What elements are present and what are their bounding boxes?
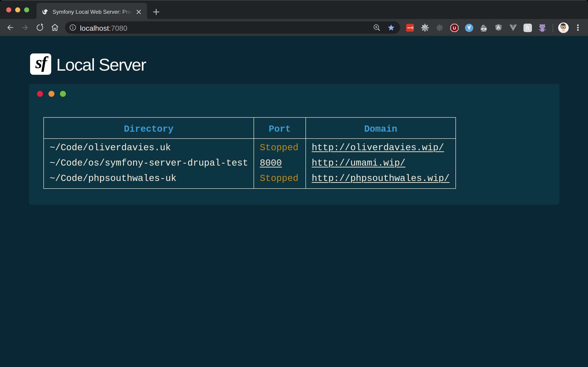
- svg-text:U: U: [453, 26, 456, 31]
- svg-text:sf: sf: [35, 53, 49, 72]
- svg-text:h: h: [526, 24, 529, 31]
